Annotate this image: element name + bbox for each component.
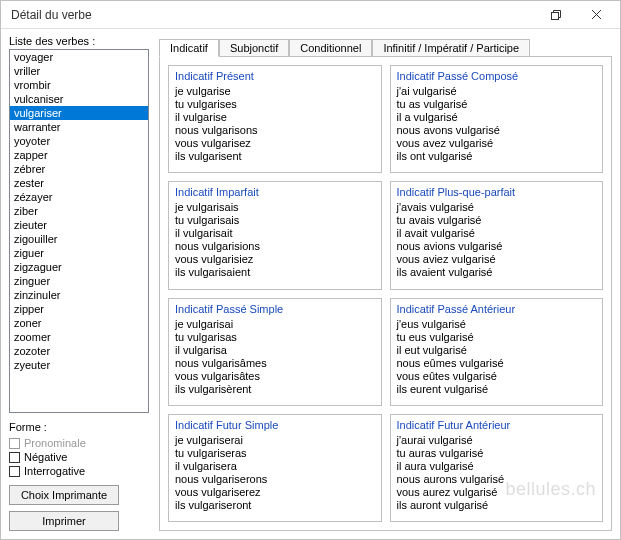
tense-title: Indicatif Futur Simple [175,419,375,432]
conjugation-line: tu vulgarisas [175,331,375,344]
tense-box: Indicatif Futur Simpleje vulgariseraitu … [168,414,382,522]
tab-indicatif[interactable]: Indicatif [159,39,219,57]
conjugation-line: ils ont vulgarisé [397,150,597,163]
tab-bar: IndicatifSubjonctifConditionnelInfinitif… [159,35,612,57]
list-item[interactable]: vriller [10,64,148,78]
printer-choice-button[interactable]: Choix Imprimante [9,485,119,505]
list-item[interactable]: zigzaguer [10,260,148,274]
conjugation-line: il vulgarise [175,111,375,124]
conjugation-line: il vulgarisera [175,460,375,473]
conjugation-line: vous vulgarisiez [175,253,375,266]
conjugation-line: il eut vulgarisé [397,344,597,357]
verb-list[interactable]: voyagervrillervrombirvulcaniservulgarise… [9,49,149,413]
tense-box: Indicatif Passé Simpleje vulgarisaitu vu… [168,298,382,406]
tense-title: Indicatif Imparfait [175,186,375,199]
list-item[interactable]: vrombir [10,78,148,92]
conjugation-line: vous aviez vulgarisé [397,253,597,266]
print-button[interactable]: Imprimer [9,511,119,531]
conjugation-line: ils vulgarisèrent [175,383,375,396]
list-item[interactable]: zester [10,176,148,190]
list-item[interactable]: zyeuter [10,358,148,372]
close-icon[interactable] [576,3,616,27]
checkbox-box [9,466,20,477]
tense-title: Indicatif Présent [175,70,375,83]
list-item[interactable]: zieuter [10,218,148,232]
conjugation-line: j'ai vulgarisé [397,85,597,98]
list-item[interactable]: zoner [10,316,148,330]
tense-title: Indicatif Plus-que-parfait [397,186,597,199]
checkbox-interrogative[interactable]: Interrogative [9,465,149,477]
tense-title: Indicatif Passé Composé [397,70,597,83]
list-item[interactable]: ziguer [10,246,148,260]
conjugation-line: ils auront vulgarisé [397,499,597,512]
conjugation-line: j'aurai vulgarisé [397,434,597,447]
forme-label: Forme : [9,421,149,433]
conjugation-line: ils avaient vulgarisé [397,266,597,279]
tab-page-indicatif: Indicatif Présentje vulgarisetu vulgaris… [159,57,612,531]
checkbox-box [9,438,20,449]
tense-box: Indicatif Futur Antérieurj'aurai vulgari… [390,414,604,522]
list-item[interactable]: zézayer [10,190,148,204]
window-title: Détail du verbe [11,8,536,22]
conjugation-line: tu avais vulgarisé [397,214,597,227]
list-item[interactable]: zébrer [10,162,148,176]
conjugation-line: tu vulgarises [175,98,375,111]
tab-infinitif-imp-ratif-participe[interactable]: Infinitif / Impératif / Participe [372,39,530,56]
tense-box: Indicatif Imparfaitje vulgarisaistu vulg… [168,181,382,289]
list-item[interactable]: warranter [10,120,148,134]
conjugation-line: je vulgarisai [175,318,375,331]
conjugation-line: nous vulgarisâmes [175,357,375,370]
tense-box: Indicatif Passé Antérieurj'eus vulgarisé… [390,298,604,406]
conjugation-line: j'avais vulgarisé [397,201,597,214]
conjugation-line: nous aurons vulgarisé [397,473,597,486]
conjugation-line: tu vulgarisais [175,214,375,227]
checkbox-pronominal: Pronominale [9,437,149,449]
conjugation-line: ils eurent vulgarisé [397,383,597,396]
checkbox-label: Pronominale [24,437,86,449]
conjugation-line: ils vulgarisent [175,150,375,163]
titlebar: Détail du verbe [1,1,620,29]
conjugation-line: nous avions vulgarisé [397,240,597,253]
conjugation-line: nous vulgariserons [175,473,375,486]
list-item[interactable]: vulgariser [10,106,148,120]
conjugation-line: tu auras vulgarisé [397,447,597,460]
list-item[interactable]: zipper [10,302,148,316]
conjugation-line: il aura vulgarisé [397,460,597,473]
tense-title: Indicatif Passé Antérieur [397,303,597,316]
list-item[interactable]: zoomer [10,330,148,344]
list-item[interactable]: zinguer [10,274,148,288]
conjugation-line: il vulgarisa [175,344,375,357]
tab-conditionnel[interactable]: Conditionnel [289,39,372,56]
conjugation-line: nous avons vulgarisé [397,124,597,137]
list-item[interactable]: yoyoter [10,134,148,148]
checkbox-negative[interactable]: Négative [9,451,149,463]
conjugation-line: vous vulgarisâtes [175,370,375,383]
verb-list-label: Liste des verbes : [9,35,149,47]
list-item[interactable]: vulcaniser [10,92,148,106]
conjugation-line: ils vulgariseront [175,499,375,512]
tense-box: Indicatif Plus-que-parfaitj'avais vulgar… [390,181,604,289]
svg-rect-0 [552,12,559,19]
list-item[interactable]: voyager [10,50,148,64]
tab-subjonctif[interactable]: Subjonctif [219,39,289,56]
conjugation-line: vous vulgariserez [175,486,375,499]
tense-box: Indicatif Passé Composéj'ai vulgarisétu … [390,65,604,173]
restore-icon[interactable] [536,3,576,27]
list-item[interactable]: zozoter [10,344,148,358]
tense-box: Indicatif Présentje vulgarisetu vulgaris… [168,65,382,173]
conjugation-line: nous eûmes vulgarisé [397,357,597,370]
list-item[interactable]: ziber [10,204,148,218]
conjugation-line: vous aurez vulgarisé [397,486,597,499]
content-area: Liste des verbes : voyagervrillervrombir… [1,29,620,539]
conjugation-line: nous vulgarisions [175,240,375,253]
list-item[interactable]: zinzinuler [10,288,148,302]
conjugation-line: il a vulgarisé [397,111,597,124]
checkbox-label: Interrogative [24,465,85,477]
list-item[interactable]: zapper [10,148,148,162]
right-panel: IndicatifSubjonctifConditionnelInfinitif… [149,35,612,531]
list-item[interactable]: zigouiller [10,232,148,246]
conjugation-line: il avait vulgarisé [397,227,597,240]
conjugation-line: j'eus vulgarisé [397,318,597,331]
tense-title: Indicatif Passé Simple [175,303,375,316]
left-panel: Liste des verbes : voyagervrillervrombir… [9,35,149,531]
